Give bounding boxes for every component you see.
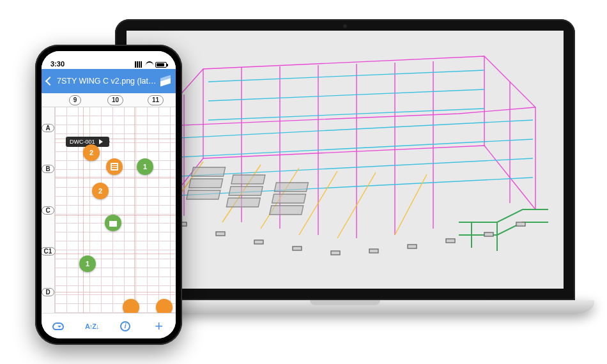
- wifi-icon: [146, 61, 153, 68]
- column-labels: 9 10 11: [55, 93, 176, 107]
- svg-rect-29: [274, 183, 308, 192]
- grid-col-label: 11: [148, 95, 164, 105]
- map-pin[interactable]: 2: [83, 144, 100, 161]
- svg-rect-23: [192, 167, 226, 176]
- bottom-toolbar: A↑Z↓ i +: [42, 313, 176, 338]
- svg-rect-40: [484, 232, 493, 236]
- grid-row-label: A: [42, 124, 54, 132]
- svg-rect-28: [272, 194, 306, 203]
- grid-row-label: B: [42, 165, 54, 173]
- sort-button[interactable]: A↑Z↓: [82, 317, 102, 336]
- back-button[interactable]: [47, 78, 53, 84]
- svg-line-8: [155, 120, 533, 139]
- sort-icon: A↑Z↓: [85, 322, 99, 330]
- svg-rect-34: [254, 240, 263, 244]
- svg-rect-41: [516, 222, 525, 226]
- floor-plan-viewport[interactable]: A B C C1 D DWC-001 2121: [42, 107, 176, 313]
- app-header: 7STY WING C v2.png (latest): [42, 69, 176, 93]
- map-pin[interactable]: 2: [92, 183, 109, 199]
- laptop-bezel: [115, 19, 575, 300]
- svg-rect-26: [231, 175, 265, 184]
- map-pin[interactable]: 1: [79, 255, 96, 272]
- svg-rect-37: [369, 249, 378, 253]
- add-button[interactable]: +: [150, 317, 169, 336]
- grid-row-label: C1: [42, 247, 56, 255]
- svg-rect-24: [226, 198, 260, 207]
- cloud-download-icon: [52, 322, 64, 330]
- svg-rect-27: [270, 206, 304, 215]
- grid-col-label: 9: [69, 95, 82, 105]
- svg-line-13: [208, 89, 484, 101]
- phone-mockup: 3:30 7STY WING C v2.png (latest) 9 10 11: [35, 45, 182, 345]
- map-pin[interactable]: 1: [137, 158, 153, 175]
- svg-rect-39: [446, 239, 455, 243]
- info-button[interactable]: i: [116, 317, 135, 336]
- grid-row-label: C: [42, 206, 54, 215]
- status-bar: 3:30: [42, 51, 176, 69]
- pin-count: 1: [143, 163, 147, 171]
- layers-icon: [160, 76, 171, 86]
- document-title: 7STY WING C v2.png (latest): [57, 77, 157, 86]
- layers-button[interactable]: [160, 76, 171, 86]
- column-ruler: 9 10 11: [42, 93, 176, 107]
- pin-count: 2: [89, 149, 93, 156]
- map-pin[interactable]: [105, 215, 121, 231]
- laptop-trackpad-notch: [310, 300, 380, 305]
- svg-line-9: [155, 139, 533, 158]
- map-pin[interactable]: [106, 158, 123, 175]
- svg-rect-25: [229, 186, 263, 195]
- row-ruler: A B C C1 D: [42, 107, 55, 313]
- pin-count: 1: [86, 260, 89, 268]
- sheet-icon: [111, 163, 118, 171]
- status-time: 3:30: [50, 60, 65, 68]
- phone-screen: 3:30 7STY WING C v2.png (latest) 9 10 11: [42, 51, 176, 338]
- battery-icon: [155, 62, 167, 68]
- map-pin[interactable]: [156, 299, 173, 313]
- pin-count: 2: [98, 187, 102, 195]
- chevron-left-icon: [45, 77, 54, 86]
- grid-row-label: D: [42, 288, 54, 296]
- svg-line-12: [208, 70, 484, 82]
- bim-structural-model[interactable]: [127, 31, 564, 289]
- svg-rect-33: [216, 232, 225, 236]
- info-icon: i: [120, 321, 130, 331]
- play-icon: [99, 139, 105, 144]
- cloud-download-button[interactable]: [49, 317, 68, 336]
- svg-rect-21: [187, 190, 220, 199]
- map-pin[interactable]: [123, 299, 139, 313]
- calendar-icon: [109, 219, 117, 227]
- grid-col-label: 10: [107, 95, 123, 105]
- svg-rect-38: [408, 245, 417, 248]
- svg-rect-36: [331, 251, 340, 255]
- svg-rect-22: [189, 179, 223, 188]
- plus-icon: +: [155, 319, 163, 333]
- svg-rect-35: [293, 246, 302, 250]
- laptop-screen: [127, 31, 564, 289]
- laptop-camera: [343, 24, 347, 28]
- signal-icon: [135, 61, 144, 68]
